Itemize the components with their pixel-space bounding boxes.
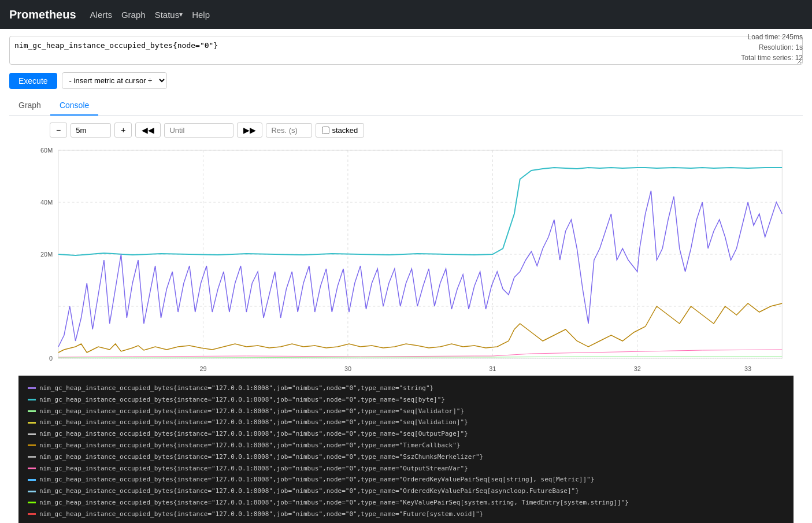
legend-color-3 [28,410,36,412]
legend-color-6 [28,444,36,446]
list-item: nim_gc_heap_instance_occupied_bytes{inst… [28,463,784,474]
tabs-container: Graph Console [9,96,803,116]
back-button[interactable]: ◀◀ [135,123,161,138]
legend-label-12: nim_gc_heap_instance_occupied_bytes{inst… [39,509,483,520]
stacked-text: stacked [332,126,358,135]
legend: nim_gc_heap_instance_occupied_bytes{inst… [18,376,794,523]
list-item: nim_gc_heap_instance_occupied_bytes{inst… [28,509,784,520]
svg-text:60M: 60M [40,147,53,154]
status-dropdown[interactable]: Status [155,10,183,20]
navbar: Prometheus Alerts Graph Status Help [0,0,812,29]
list-item: nim_gc_heap_instance_occupied_bytes{inst… [28,451,784,463]
legend-label-9: nim_gc_heap_instance_occupied_bytes{inst… [39,474,594,485]
legend-color-1 [28,387,36,389]
alerts-link[interactable]: Alerts [90,8,112,22]
tab-graph[interactable]: Graph [9,96,50,116]
legend-color-12 [28,513,36,515]
legend-label-3: nim_gc_heap_instance_occupied_bytes{inst… [39,406,464,417]
query-input[interactable]: nim_gc_heap_instance_occupied_bytes{node… [9,36,803,65]
svg-text:20M: 20M [40,251,53,258]
svg-text:31: 31 [489,365,496,372]
query-area: nim_gc_heap_instance_occupied_bytes{node… [9,36,803,66]
brand-title: Prometheus [9,8,76,21]
list-item: nim_gc_heap_instance_occupied_bytes{inst… [28,497,784,509]
toolbar: Execute - insert metric at cursor ÷ [9,72,803,89]
svg-text:0: 0 [49,355,53,362]
until-input[interactable] [164,123,233,138]
legend-label-5: nim_gc_heap_instance_occupied_bytes{inst… [39,428,468,440]
legend-label-2: nim_gc_heap_instance_occupied_bytes{inst… [39,394,445,406]
graph-controls: − + ◀◀ ▶▶ stacked [9,123,803,138]
svg-text:30: 30 [344,365,351,372]
legend-label-10: nim_gc_heap_instance_occupied_bytes{inst… [39,485,579,497]
chart-container: 60M 40M 20M 0 29 30 31 32 33 [18,144,794,376]
legend-color-5 [28,433,36,435]
list-item: nim_gc_heap_instance_occupied_bytes{inst… [28,417,784,428]
zoom-in-button[interactable]: + [114,123,132,138]
legend-label-7: nim_gc_heap_instance_occupied_bytes{inst… [39,451,483,463]
legend-label-1: nim_gc_heap_instance_occupied_bytes{inst… [39,383,433,394]
load-info: Load time: 245ms Resolution: 1s Total ti… [741,32,803,63]
legend-color-7 [28,456,36,458]
legend-label-6: nim_gc_heap_instance_occupied_bytes{inst… [39,440,460,451]
stacked-checkbox[interactable] [322,127,329,134]
graph-nav-link[interactable]: Graph [121,8,146,22]
resolution-info: Resolution: 1s [741,42,803,53]
svg-text:33: 33 [744,365,751,372]
help-link[interactable]: Help [192,8,210,22]
list-item: nim_gc_heap_instance_occupied_bytes{inst… [28,383,784,394]
list-item: nim_gc_heap_instance_occupied_bytes{inst… [28,440,784,451]
svg-text:32: 32 [634,365,641,372]
legend-label-4: nim_gc_heap_instance_occupied_bytes{inst… [39,417,468,428]
resolution-input[interactable] [266,123,312,138]
list-item: nim_gc_heap_instance_occupied_bytes{inst… [28,428,784,440]
svg-text:29: 29 [199,365,206,372]
tab-console[interactable]: Console [50,96,98,116]
main-content: nim_gc_heap_instance_occupied_bytes{node… [0,29,812,523]
range-input[interactable] [71,123,111,138]
legend-color-2 [28,399,36,400]
metric-selector[interactable]: - insert metric at cursor ÷ [62,72,167,89]
legend-label-11: nim_gc_heap_instance_occupied_bytes{inst… [39,497,629,509]
list-item: nim_gc_heap_instance_occupied_bytes{inst… [28,485,784,497]
legend-color-10 [28,491,36,492]
legend-color-8 [28,468,36,469]
legend-color-4 [28,422,36,424]
forward-button[interactable]: ▶▶ [237,123,262,138]
legend-color-11 [28,502,36,503]
zoom-out-button[interactable]: − [50,123,67,138]
list-item: nim_gc_heap_instance_occupied_bytes{inst… [28,406,784,417]
list-item: nim_gc_heap_instance_occupied_bytes{inst… [28,394,784,406]
list-item: nim_gc_heap_instance_occupied_bytes{inst… [28,474,784,485]
svg-text:40M: 40M [40,199,53,206]
execute-button[interactable]: Execute [9,73,57,89]
total-series: Total time series: 12 [741,53,803,63]
legend-color-9 [28,479,36,481]
chart-svg: 60M 40M 20M 0 29 30 31 32 33 [18,144,794,376]
stacked-checkbox-label[interactable]: stacked [316,123,364,138]
legend-label-8: nim_gc_heap_instance_occupied_bytes{inst… [39,463,468,474]
load-time: Load time: 245ms [741,32,803,42]
